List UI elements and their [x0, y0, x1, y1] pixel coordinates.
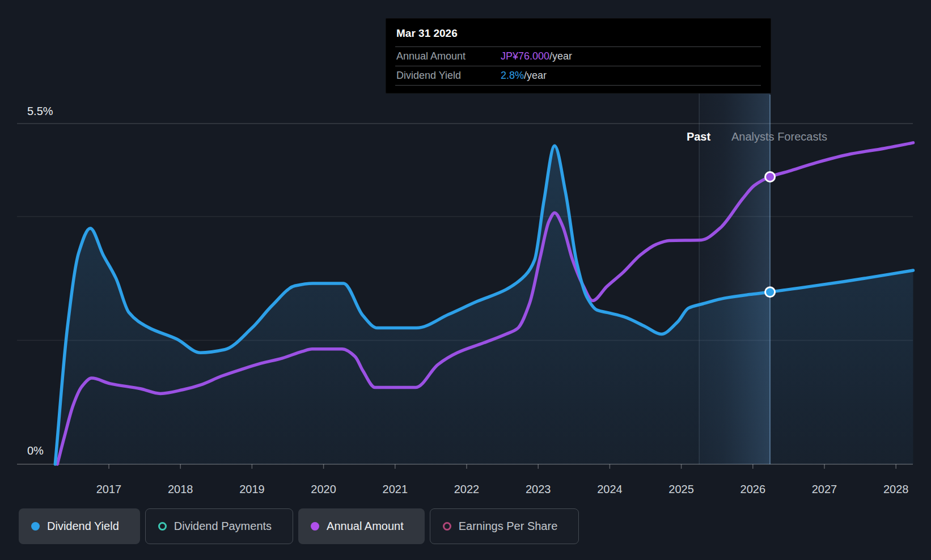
x-tick-label: 2025	[668, 483, 694, 496]
dividend-chart-page: 5.5% 0% 20172018201920202021202220232024…	[0, 0, 931, 560]
x-tick-label: 2018	[168, 483, 193, 496]
tooltip-amount-value: JP¥76.000	[501, 50, 549, 62]
annual-amount-dot-icon	[311, 522, 319, 531]
legend-label: Dividend Yield	[47, 520, 119, 533]
chart-tooltip: Mar 31 2026 Annual Amount JP¥76.000/year…	[386, 18, 771, 94]
past-label: Past	[687, 130, 710, 143]
dividend-yield-area	[55, 146, 913, 464]
x-tick-label: 2020	[311, 483, 336, 496]
x-tick-label: 2022	[454, 483, 480, 496]
tooltip-yield-value: 2.8%	[501, 70, 524, 81]
chart-legend: Dividend Yield Dividend Payments Annual …	[19, 508, 579, 544]
legend-label: Earnings Per Share	[459, 520, 558, 533]
legend-label: Annual Amount	[327, 520, 404, 533]
earnings-per-share-ring-icon	[443, 522, 451, 531]
tooltip-value: 2.8%/year	[501, 70, 547, 82]
tooltip-row-annual-amount: Annual Amount JP¥76.000/year	[386, 46, 771, 66]
annual-amount-marker[interactable]	[765, 172, 775, 181]
tooltip-bottom-border	[386, 85, 771, 93]
tooltip-date: Mar 31 2026	[386, 19, 771, 46]
x-tick-label: 2024	[597, 483, 623, 496]
forecast-label: Analysts Forecasts	[731, 130, 827, 143]
dividend-yield-marker[interactable]	[765, 287, 775, 297]
x-tick-label: 2027	[812, 483, 837, 496]
x-tick-label: 2023	[526, 483, 551, 496]
legend-annual-amount[interactable]: Annual Amount	[298, 508, 425, 544]
legend-dividend-payments[interactable]: Dividend Payments	[145, 508, 293, 544]
tooltip-label: Dividend Yield	[396, 70, 501, 82]
x-tick-label: 2026	[740, 483, 766, 496]
x-tick-label: 2021	[383, 483, 408, 496]
tooltip-suffix: /year	[549, 50, 572, 62]
tooltip-value: JP¥76.000/year	[501, 50, 572, 62]
tooltip-row-dividend-yield: Dividend Yield 2.8%/year	[386, 66, 771, 85]
tooltip-suffix: /year	[524, 70, 547, 81]
y-axis-label-zero: 0%	[27, 444, 44, 457]
dividend-yield-dot-icon	[31, 522, 40, 531]
dividend-payments-ring-icon	[158, 522, 167, 531]
y-axis-label-max: 5.5%	[27, 105, 53, 118]
legend-earnings-per-share[interactable]: Earnings Per Share	[430, 508, 579, 544]
x-tick-label: 2019	[239, 483, 265, 496]
tooltip-label: Annual Amount	[396, 50, 501, 62]
x-tick-label: 2017	[96, 483, 122, 496]
legend-dividend-yield[interactable]: Dividend Yield	[19, 508, 140, 544]
forecast-highlight-band	[699, 92, 770, 464]
legend-label: Dividend Payments	[174, 520, 272, 533]
x-tick-label: 2028	[883, 483, 909, 496]
